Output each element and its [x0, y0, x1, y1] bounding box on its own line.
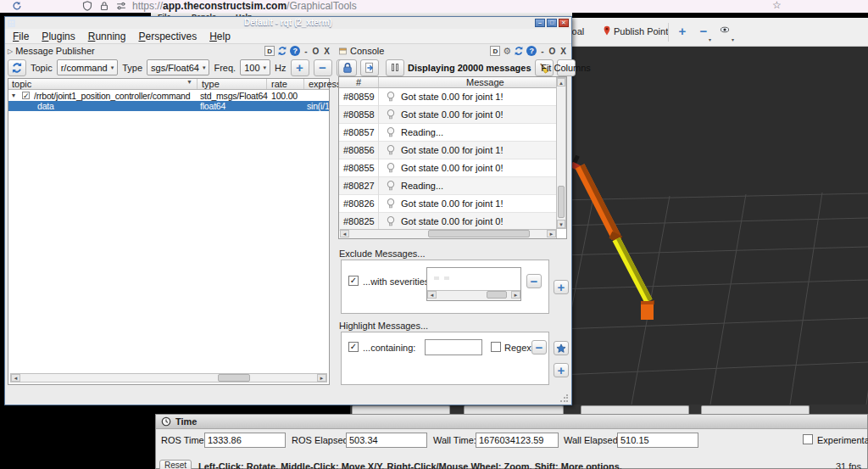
console-message-row[interactable]: #80826 Got state 0.00 for joint 1! — [339, 195, 556, 213]
topic-label: Topic — [31, 63, 53, 73]
pause-button[interactable] — [386, 59, 404, 76]
gear-icon[interactable]: ⚙ — [503, 46, 511, 56]
wall-time-label: Wall Time: — [433, 435, 476, 445]
col-expression[interactable]: express — [309, 79, 342, 89]
severity-list[interactable]: ◄ ► — [426, 267, 521, 301]
shield-icon[interactable] — [82, 1, 92, 11]
zoom-in-button[interactable]: + — [674, 25, 691, 40]
console-message-list[interactable]: #80859 Got state 0.00 for joint 1! #8085… — [339, 88, 556, 231]
console-hscrollbar[interactable]: ◄ ► — [340, 229, 557, 238]
console-table-header[interactable]: # Message — [339, 77, 556, 88]
console-message-row[interactable]: #80859 Got state 0.00 for joint 1! — [339, 88, 556, 106]
collapse-triangle-icon[interactable]: ▷ — [8, 47, 13, 55]
remove-highlight-filter-button[interactable]: − — [531, 340, 547, 355]
add-highlight-filter-button[interactable]: + — [554, 363, 569, 377]
camera-view-button[interactable]: ▾ — [716, 25, 733, 40]
window-resize-grip[interactable] — [559, 394, 568, 403]
debug-lightbulb-icon — [385, 162, 397, 174]
remove-publisher-button[interactable]: − — [314, 59, 332, 76]
menu-running[interactable]: Running — [88, 31, 126, 42]
refresh-topics-button[interactable] — [8, 59, 26, 76]
zoom-out-button[interactable]: −▾ — [695, 25, 712, 40]
remove-exclude-filter-button[interactable]: − — [526, 274, 542, 288]
freq-combobox[interactable]: 100▾ — [240, 59, 270, 75]
console-message-row[interactable]: #80857 Reading... — [339, 124, 556, 142]
bookmark-star-icon[interactable]: ☆ — [772, 0, 782, 11]
reload-plugin-icon[interactable] — [514, 46, 524, 56]
severity-hscrollbar[interactable]: ◄ ► — [427, 290, 520, 300]
add-publisher-button[interactable]: + — [291, 59, 309, 76]
column-divider — [378, 106, 379, 124]
menu-help[interactable]: Help — [209, 31, 231, 42]
topic-enabled-checkbox[interactable]: ✓ — [22, 92, 30, 99]
reload-plugin-icon[interactable] — [277, 46, 287, 56]
maximize-button[interactable]: □ — [547, 19, 557, 27]
console-message-row[interactable]: #80825 Got state 0.00 for joint 0! — [339, 213, 556, 231]
publisher-table-header[interactable]: topic ▼ type rate express — [8, 79, 329, 90]
highlight-star-button[interactable] — [554, 341, 569, 355]
severity-item[interactable] — [444, 276, 449, 280]
containing-text-input[interactable] — [425, 339, 482, 355]
url-text[interactable]: https://app.theconstructsim.com/Graphica… — [132, 0, 357, 12]
add-exclude-filter-button[interactable]: + — [554, 280, 569, 294]
pause-scrolling-lock-button[interactable] — [338, 59, 357, 76]
message-text: Got state 0.00 for joint 0! — [401, 109, 503, 120]
row-topic-type: std_msgs/Float64 — [200, 91, 268, 101]
dock-minimize-button[interactable]: - — [541, 47, 544, 56]
publish-point-tool-button[interactable]: Publish Point — [614, 26, 668, 36]
console-vscrollbar[interactable]: ▲ ▼ — [556, 77, 566, 229]
reset-button[interactable]: Reset — [159, 460, 192, 469]
publisher-hscrollbar[interactable]: ◄ ► — [10, 373, 327, 382]
publisher-row-topic[interactable]: ▾ ✓ /rrbot/joint1_position_controller/co… — [8, 91, 329, 101]
freq-label: Freq. — [214, 63, 236, 73]
console-message-row[interactable]: #80856 Got state 0.00 for joint 1! — [339, 142, 556, 159]
col-message[interactable]: Message — [466, 77, 504, 87]
col-number[interactable]: # — [356, 77, 361, 87]
ros-elapsed-value[interactable]: 503.34 — [346, 433, 427, 448]
dock-button[interactable]: D — [264, 46, 275, 56]
containing-filter-checkbox[interactable]: ✓ — [348, 342, 359, 352]
console-message-row[interactable]: #80827 Reading... — [339, 177, 556, 195]
message-text: Got state 0.00 for joint 0! — [401, 163, 503, 173]
minimize-button[interactable]: – — [535, 19, 545, 27]
close-button[interactable]: ✕ — [559, 19, 569, 27]
wall-elapsed-value[interactable]: 510.15 — [617, 433, 698, 448]
ros-time-value[interactable]: 1333.86 — [204, 433, 286, 448]
dock-close-button[interactable]: X — [560, 47, 567, 56]
reload-icon[interactable] — [12, 1, 22, 11]
console-message-row[interactable]: #80858 Got state 0.00 for joint 0! — [339, 106, 556, 124]
col-topic[interactable]: topic — [12, 79, 31, 89]
col-rate[interactable]: rate — [271, 79, 287, 89]
rqt-titlebar[interactable]: Default - rqt (2_xterm) – □ ✕ — [5, 17, 571, 29]
save-messages-button[interactable] — [360, 59, 379, 76]
col-type[interactable]: type — [202, 79, 220, 89]
dock-float-button[interactable]: O — [549, 47, 557, 56]
wall-elapsed-label: Wall Elapsed: — [564, 435, 620, 445]
lock-icon[interactable] — [99, 1, 109, 11]
wall-time-value[interactable]: 1676034123.59 — [476, 433, 559, 448]
dock-button[interactable]: D — [490, 46, 500, 56]
console-message-row[interactable]: #80855 Got state 0.00 for joint 0! — [339, 159, 556, 177]
menu-file[interactable]: File — [13, 31, 29, 42]
publisher-toolbar: Topic r/command▾ Type sgs/Float64▾ Freq.… — [8, 59, 331, 76]
help-icon[interactable]: ? — [290, 46, 300, 56]
menu-perspectives[interactable]: Perspectives — [138, 31, 197, 42]
fit-columns-button[interactable]: Fit Columns — [557, 59, 576, 76]
experimental-checkbox[interactable] — [803, 434, 813, 444]
expander-icon[interactable]: ▾ — [12, 92, 15, 99]
dock-minimize-button[interactable]: - — [304, 47, 308, 56]
regex-checkbox[interactable] — [491, 342, 501, 352]
type-combobox[interactable]: sgs/Float64▾ — [147, 59, 209, 75]
severities-filter-checkbox[interactable]: ✓ — [348, 276, 359, 286]
tune-icon[interactable] — [116, 1, 126, 11]
dock-float-button[interactable]: O — [313, 47, 320, 56]
topic-combobox[interactable]: r/command▾ — [57, 59, 119, 75]
rviz-3d-viewport[interactable] — [559, 47, 868, 405]
publisher-row-data-selected[interactable]: data float64 sin(i/10 — [8, 101, 329, 111]
dock-close-button[interactable]: X — [324, 47, 331, 56]
menu-plugins[interactable]: Plugins — [42, 31, 75, 42]
exclude-messages-group: ✓ ...with severities: ◄ ► − — [341, 260, 549, 314]
viewport-help-text: Left-Click: Rotate. Middle-Click: Move X… — [198, 461, 622, 469]
help-icon[interactable]: ? — [526, 46, 537, 56]
time-panel-titlebar[interactable]: Time — [156, 415, 867, 429]
